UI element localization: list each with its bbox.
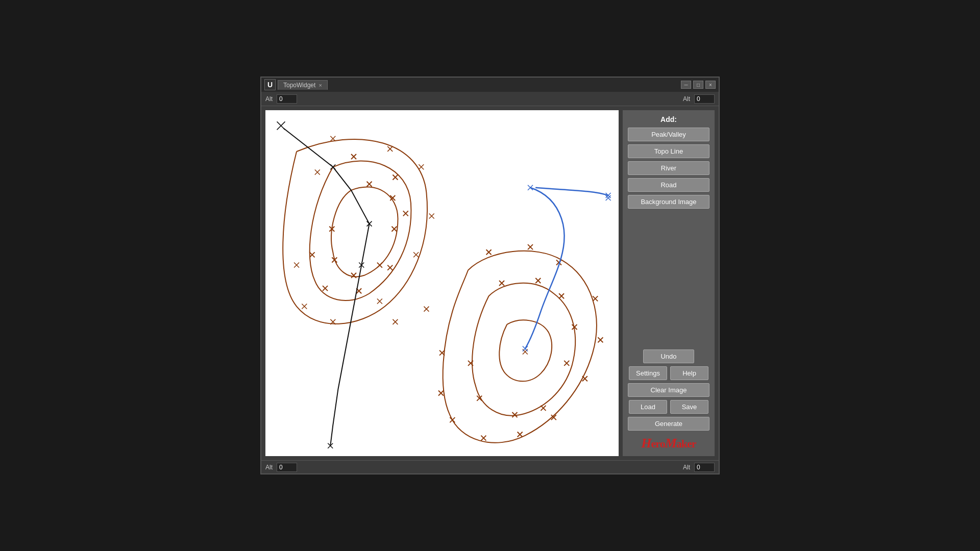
topo-line-button[interactable]: Topo Line <box>628 144 709 158</box>
bottom-buttons: Undo Settings Help Clear Image Load Save… <box>627 349 710 451</box>
ue-logo: U <box>264 79 276 90</box>
main-window: U TopoWidget × ─ □ × Alt Alt Add: Peak/V… <box>260 77 720 474</box>
sidebar: Add: Peak/Valley Topo Line River Road Ba… <box>623 110 715 456</box>
river-button[interactable]: River <box>628 161 709 175</box>
background-image-button[interactable]: Background Image <box>628 195 709 209</box>
restore-button[interactable]: □ <box>693 81 703 89</box>
help-button[interactable]: Help <box>670 366 708 380</box>
road-button[interactable]: Road <box>628 178 709 192</box>
minimize-button[interactable]: ─ <box>681 81 691 89</box>
main-area: Add: Peak/Valley Topo Line River Road Ba… <box>261 106 719 460</box>
status-alt-label-right: Alt <box>683 464 690 471</box>
status-alt-input-right[interactable] <box>694 463 715 472</box>
logo-area: HeroMaker <box>641 436 696 451</box>
alt-input-left[interactable] <box>277 94 297 104</box>
tab-label: TopoWidget <box>283 82 315 89</box>
load-button[interactable]: Load <box>629 400 667 414</box>
undo-button[interactable]: Undo <box>643 349 694 363</box>
alt-label-right: Alt <box>683 95 690 103</box>
logo-text: HeroMaker <box>641 436 696 451</box>
window-controls: ─ □ × <box>681 81 716 89</box>
alt-input-right[interactable] <box>694 94 715 104</box>
canvas-area[interactable] <box>265 110 619 456</box>
close-window-button[interactable]: × <box>705 81 716 89</box>
tab-topowidget[interactable]: TopoWidget × <box>278 80 328 90</box>
status-alt-label-left: Alt <box>265 464 273 471</box>
generate-button[interactable]: Generate <box>628 417 709 431</box>
status-alt-input-left[interactable] <box>277 463 297 472</box>
add-label: Add: <box>660 115 677 123</box>
load-save-row: Load Save <box>627 400 710 414</box>
peak-valley-button[interactable]: Peak/Valley <box>628 128 709 141</box>
settings-button[interactable]: Settings <box>629 366 667 380</box>
tab-close-icon[interactable]: × <box>318 82 322 88</box>
status-bar: Alt Alt <box>261 460 719 473</box>
titlebar: U TopoWidget × ─ □ × <box>261 78 719 92</box>
alt-label-left: Alt <box>265 95 273 103</box>
settings-help-row: Settings Help <box>627 366 710 380</box>
toolbar-right: Alt <box>683 94 715 104</box>
clear-image-button[interactable]: Clear Image <box>628 383 709 397</box>
save-button[interactable]: Save <box>670 400 708 414</box>
drawing-canvas[interactable] <box>265 110 619 456</box>
top-toolbar: Alt Alt <box>261 92 719 106</box>
